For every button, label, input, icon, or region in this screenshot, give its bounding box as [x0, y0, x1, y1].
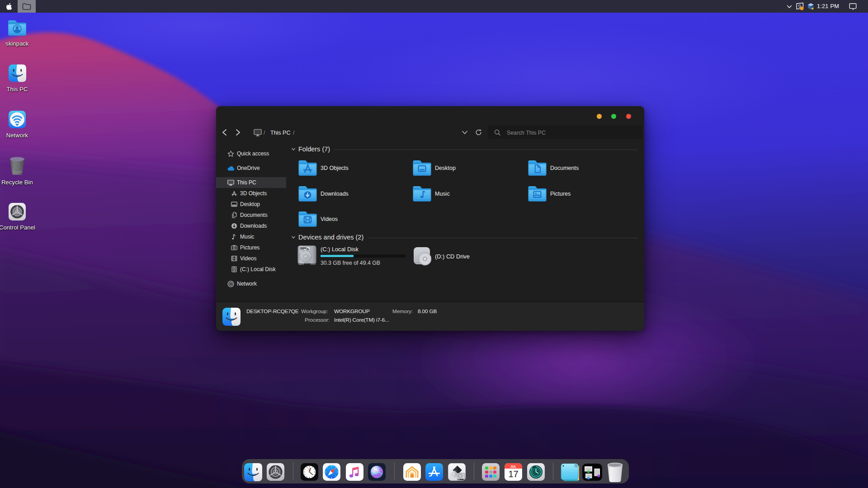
- svg-text:JUL: JUL: [510, 465, 517, 469]
- svg-text:17: 17: [508, 469, 518, 479]
